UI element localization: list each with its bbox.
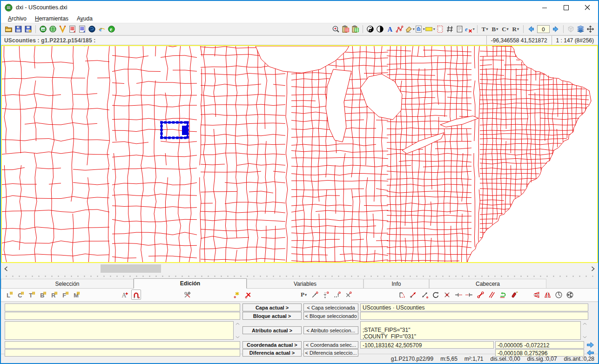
image-view-icon[interactable] xyxy=(38,24,48,34)
globe-green-icon[interactable] xyxy=(48,24,58,34)
tab-info[interactable]: Info xyxy=(363,279,429,288)
menu-r-dropdown[interactable]: R▾ xyxy=(511,24,521,34)
scroll-left-icon[interactable] xyxy=(1,263,11,274)
coordenada-next-icon[interactable] xyxy=(586,341,595,349)
letter-tool-m-icon[interactable]: M xyxy=(72,290,81,300)
break-dynamite-icon[interactable] xyxy=(509,290,519,300)
nav-prev-icon[interactable] xyxy=(526,24,536,34)
menu-p-dropdown[interactable]: P▾ xyxy=(299,290,309,300)
panel-splitter[interactable] xyxy=(1,274,598,278)
atributo-actual-field[interactable] xyxy=(5,321,234,340)
folder-open-icon[interactable] xyxy=(4,24,13,34)
compass-cross-icon[interactable] xyxy=(586,24,595,34)
menu-b-dropdown[interactable]: B▾ xyxy=(490,24,500,34)
vertex-split-icon[interactable] xyxy=(343,290,353,300)
menu-archivo[interactable]: Archivo xyxy=(4,14,31,23)
yin-yang-icon[interactable] xyxy=(365,24,375,34)
letter-tool-f-icon[interactable]: F xyxy=(61,290,70,300)
atributo-actual-button[interactable]: Atributo actual > xyxy=(242,326,302,334)
rotate-90-icon[interactable] xyxy=(554,290,564,300)
tab-variables[interactable]: Variables xyxy=(247,279,363,288)
atributo-seleccionado-button[interactable]: < Atributo seleccion... xyxy=(303,326,358,334)
diferencia-prev-icon[interactable] xyxy=(586,349,595,357)
vertex-insert-icon[interactable] xyxy=(321,290,331,300)
paste-map-green-icon[interactable] xyxy=(350,24,360,34)
scroll-right-icon[interactable] xyxy=(588,263,598,274)
flip-vertical-icon[interactable] xyxy=(532,290,541,300)
menu-c-dropdown[interactable]: C▾ xyxy=(500,24,510,34)
rotate-free-icon[interactable] xyxy=(565,290,575,300)
letter-tool-l-icon[interactable]: L xyxy=(5,290,14,300)
coordenada-seleccionada-button[interactable]: < Coordenada selec... xyxy=(303,341,358,349)
parallel-icon[interactable] xyxy=(487,290,497,300)
point-new-icon[interactable] xyxy=(232,290,242,300)
capa-actual-button[interactable]: Capa actual > xyxy=(242,303,302,311)
coordenada-actual-button[interactable]: Coordenada actual > xyxy=(242,341,302,349)
atributo-left-scroll[interactable] xyxy=(235,322,240,339)
diferencia-actual-field[interactable] xyxy=(5,349,240,357)
layers-icon[interactable] xyxy=(576,24,586,34)
map-hscrollbar[interactable] xyxy=(1,263,598,274)
join-icon[interactable] xyxy=(476,290,485,300)
menu-ayuda[interactable]: Ayuda xyxy=(73,14,97,23)
letter-tool-t-icon[interactable]: T xyxy=(27,290,37,300)
reverse-icon[interactable] xyxy=(498,290,508,300)
fill-color-icon[interactable]: ▾ xyxy=(425,24,435,34)
mirror-horizontal-icon[interactable] xyxy=(543,290,552,300)
save-icon[interactable] xyxy=(13,24,23,34)
polyline-icon[interactable] xyxy=(395,24,404,34)
menu-t-dropdown[interactable]: T▾ xyxy=(480,24,490,34)
bloque-actual-field[interactable] xyxy=(5,312,240,320)
minimize-button[interactable] xyxy=(534,1,555,14)
frame-text-icon[interactable] xyxy=(455,24,464,34)
contrast-icon[interactable] xyxy=(375,24,385,34)
ie-error-icon[interactable]: e▾ xyxy=(464,24,475,34)
paste-map-red-icon[interactable] xyxy=(341,24,350,34)
zoom-region-icon[interactable] xyxy=(331,24,341,34)
letter-tool-r-icon[interactable]: R xyxy=(49,290,59,300)
area-icon[interactable] xyxy=(397,290,407,300)
grid-hash-icon[interactable] xyxy=(445,24,455,34)
diferencia-seleccionada-valor-field[interactable]: -0,000108 0,275296 xyxy=(495,349,584,357)
scale-icon[interactable] xyxy=(420,290,430,300)
letter-tool-c-icon[interactable]: C xyxy=(16,290,26,300)
map-canvas[interactable] xyxy=(2,46,597,262)
bloque-seleccionado-field[interactable] xyxy=(360,312,588,320)
explode-icon[interactable] xyxy=(442,290,452,300)
text-style-icon[interactable]: A xyxy=(385,24,395,34)
atributo-seleccionado-field[interactable]: ;STATE_FIPS="31" ;COUNTY_FIP="031" xyxy=(360,321,581,340)
doc-geometry-icon[interactable]: ▾ xyxy=(415,24,425,34)
map-red-icon[interactable] xyxy=(67,24,77,34)
diferencia-actual-button[interactable]: Diferencia actual > xyxy=(242,349,302,357)
tab-cabecera[interactable]: Cabecera xyxy=(429,279,546,288)
earth-dark-icon[interactable] xyxy=(87,24,97,34)
browser-green-icon[interactable]: e xyxy=(107,24,116,34)
eraser-icon[interactable]: ▾ xyxy=(404,24,415,34)
tab-seleccion[interactable]: Selección xyxy=(1,279,134,288)
vertex-append-icon[interactable] xyxy=(332,290,342,300)
bloque-actual-button[interactable]: Bloque actual > xyxy=(242,312,302,320)
maximize-button[interactable] xyxy=(555,1,577,14)
trim-end-icon[interactable] xyxy=(464,290,474,300)
vertex-move-icon[interactable] xyxy=(310,290,320,300)
letter-tool-b-icon[interactable]: B xyxy=(38,290,48,300)
diferencia-seleccionada-button[interactable]: < Diferencia seleccio... xyxy=(303,349,358,357)
rotate-icon[interactable] xyxy=(431,290,441,300)
text-add-icon[interactable]: A xyxy=(120,290,130,300)
coordenada-seleccionada-valor-field[interactable]: -0,000005 -0,072212 xyxy=(495,341,584,349)
capa-seleccionada-field[interactable]: UScounties · UScounties xyxy=(360,303,588,311)
ie-blue-icon[interactable]: e xyxy=(97,24,107,34)
nav-next-icon[interactable] xyxy=(551,24,561,34)
toolbox-icon[interactable] xyxy=(182,290,192,300)
hscroll-thumb[interactable] xyxy=(101,264,161,273)
stretch-icon[interactable] xyxy=(409,290,418,300)
trim-start-icon[interactable] xyxy=(453,290,463,300)
capa-actual-field[interactable] xyxy=(5,303,240,311)
nav-counter-input[interactable] xyxy=(537,25,550,33)
menu-herramientas[interactable]: Herramientas xyxy=(31,14,73,23)
coordenada-actual-field[interactable] xyxy=(5,341,240,349)
bloque-seleccionado-button[interactable]: < Bloque seleccionado xyxy=(303,312,358,320)
map-blue-icon[interactable] xyxy=(77,24,87,34)
tab-edicion[interactable]: Edición xyxy=(134,278,247,289)
capa-seleccionada-button[interactable]: < Capa seleccionada xyxy=(303,303,358,311)
